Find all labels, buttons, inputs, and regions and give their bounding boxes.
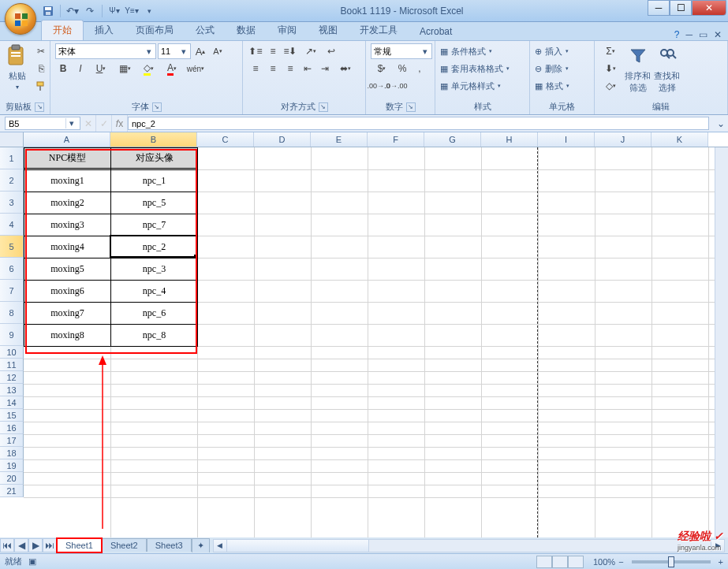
col-header-K[interactable]: K [651,132,708,147]
comma-icon[interactable]: , [412,61,427,76]
row-header-6[interactable]: 6 [0,258,24,280]
expand-formula-bar-icon[interactable]: ⌄ [714,115,728,132]
cell-grid[interactable]: NPC模型对应头像moxing1npc_1moxing2npc_5moxing3… [24,147,715,537]
cell-B3[interactable]: npc_5 [110,192,198,214]
macro-record-icon[interactable]: ▣ [28,556,36,567]
align-middle-icon[interactable]: ≡ [265,43,281,59]
border-icon[interactable]: ▦▾ [114,61,136,76]
cell-B1[interactable]: 对应头像 [110,147,198,170]
fill-icon[interactable]: ⬇▾ [599,61,622,76]
last-sheet-icon[interactable]: ⏭ [43,538,57,552]
next-sheet-icon[interactable]: ▶ [28,538,43,552]
save-icon[interactable] [41,4,55,18]
undo-icon[interactable]: ↶▾ [65,4,80,18]
alignment-dialog-launcher[interactable]: ↘ [319,102,328,112]
prev-sheet-icon[interactable]: ◀ [14,538,28,552]
sheet-tab-1[interactable]: Sheet1 [57,538,102,552]
font-name-combo[interactable]: 宋体▾ [55,43,156,59]
cell-styles-button[interactable]: ▦单元格样式▾ [440,78,501,94]
format-cells-button[interactable]: ▦格式▾ [535,78,569,94]
align-center-icon[interactable]: ≡ [265,61,281,76]
font-color-icon[interactable]: A▾ [161,61,183,76]
decrease-indent-icon[interactable]: ⇤ [300,61,315,76]
cell-B5[interactable]: npc_2 [110,236,198,258]
formula-input[interactable]: npc_2 [128,117,709,130]
close-button[interactable]: ✕ [692,0,726,16]
paste-button[interactable]: 粘贴▾ [5,43,30,91]
qat-customize-icon[interactable]: ▾ [142,4,156,18]
cell-A3[interactable]: moxing2 [24,192,111,214]
normal-view-icon[interactable] [536,556,552,568]
maximize-button[interactable]: ☐ [670,0,692,16]
conditional-format-button[interactable]: ▦条件格式▾ [440,43,492,59]
phonetic-icon[interactable]: wén▾ [185,61,207,76]
col-header-E[interactable]: E [311,132,368,147]
page-break-view-icon[interactable] [568,556,584,568]
name-box[interactable]: B5 ▾ [5,117,80,130]
restore-window-icon[interactable]: ▭ [699,29,707,40]
help-icon[interactable]: ? [674,29,680,40]
cell-A1[interactable]: NPC模型 [24,147,111,170]
align-left-icon[interactable]: ≡ [248,61,263,76]
cell-A6[interactable]: moxing5 [24,258,111,281]
align-bottom-icon[interactable]: ≡⬇ [282,43,298,59]
insert-function-icon[interactable]: fx [112,115,128,132]
close-workbook-icon[interactable]: ✕ [714,29,722,40]
clipboard-dialog-launcher[interactable]: ↘ [35,102,44,112]
grow-font-icon[interactable]: A▴ [192,43,208,59]
tab-data[interactable]: 数据 [226,20,267,40]
sort-filter-button[interactable]: 排序和 筛选 [625,43,651,94]
row-header-21[interactable]: 21 [0,485,24,497]
tab-view[interactable]: 视图 [308,20,349,40]
tab-acrobat[interactable]: Acrobat [409,23,463,40]
tab-review[interactable]: 审阅 [267,20,308,40]
zoom-slider[interactable] [632,560,711,563]
qat-custom2-icon[interactable]: Y≡▾ [125,4,139,18]
fill-color-icon[interactable]: ◇▾ [137,61,159,76]
select-all-corner[interactable] [0,132,24,147]
cell-B9[interactable]: npc_8 [110,324,198,347]
page-layout-view-icon[interactable] [552,556,568,568]
increase-indent-icon[interactable]: ⇥ [317,61,333,76]
zoom-out-icon[interactable]: − [618,557,623,567]
number-format-combo[interactable]: 常规▾ [371,43,432,59]
row-header-12[interactable]: 12 [0,371,24,384]
first-sheet-icon[interactable]: ⏮ [0,538,14,552]
row-header-11[interactable]: 11 [0,359,24,371]
name-box-dropdown-icon[interactable]: ▾ [65,118,77,128]
cell-A5[interactable]: moxing4 [24,236,111,258]
align-right-icon[interactable]: ≡ [282,61,298,76]
col-header-G[interactable]: G [424,132,481,147]
cancel-formula-icon[interactable]: ✕ [80,115,96,132]
row-header-14[interactable]: 14 [0,396,24,409]
bold-icon[interactable]: B [55,61,71,76]
cell-B6[interactable]: npc_3 [110,258,198,281]
format-painter-icon[interactable] [33,78,49,94]
redo-icon[interactable]: ↷ [83,4,97,18]
col-header-J[interactable]: J [595,132,651,147]
merge-center-icon[interactable]: ⬌▾ [334,61,357,76]
vertical-scrollbar[interactable] [715,147,728,537]
cell-B4[interactable]: npc_7 [110,214,198,236]
align-top-icon[interactable]: ⬆≡ [248,43,263,59]
row-header-5[interactable]: 5 [0,236,24,258]
format-as-table-button[interactable]: ▦套用表格格式▾ [440,61,510,76]
horizontal-scrollbar[interactable]: ◀▶ [213,539,725,552]
cell-B2[interactable]: npc_1 [110,169,198,192]
row-header-8[interactable]: 8 [0,302,24,324]
col-header-I[interactable]: I [538,132,595,147]
row-header-19[interactable]: 19 [0,459,24,472]
clear-icon[interactable]: ◇▾ [599,78,622,94]
row-header-15[interactable]: 15 [0,409,24,422]
row-header-18[interactable]: 18 [0,447,24,459]
font-size-combo[interactable]: 11▾ [158,43,191,59]
find-select-button[interactable]: 查找和 选择 [654,43,680,94]
new-sheet-button[interactable]: ✦ [192,538,210,552]
autosum-icon[interactable]: Σ▾ [599,43,622,59]
insert-cells-button[interactable]: ⊕插入▾ [535,43,569,59]
zoom-in-icon[interactable]: + [719,557,723,567]
sheet-tab-3[interactable]: Sheet3 [147,538,192,552]
tab-home[interactable]: 开始 [41,20,84,40]
office-button[interactable] [5,3,36,35]
row-header-3[interactable]: 3 [0,192,24,214]
